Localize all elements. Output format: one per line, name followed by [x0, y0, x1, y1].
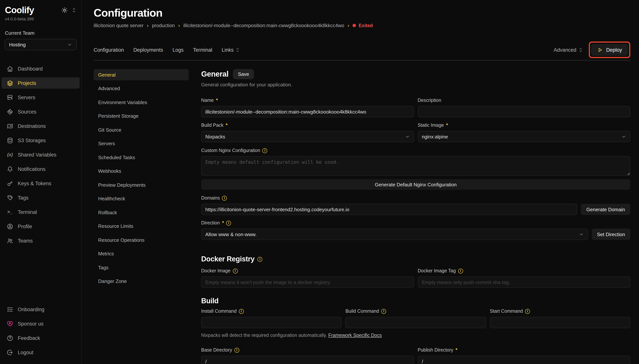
breadcrumb-resource[interactable]: illicitestonion/-module--decomposition:m… [183, 23, 344, 28]
direction-select[interactable]: Allow www & non-www. [201, 228, 588, 240]
domains-input[interactable] [201, 204, 577, 215]
description-input[interactable] [418, 106, 630, 117]
sidebar-item-logout[interactable]: Logout [2, 347, 80, 358]
info-icon[interactable] [239, 309, 244, 314]
general-form: General Save General configuration for y… [201, 69, 630, 364]
subnav-item-danger-zone[interactable]: Danger Zone [94, 276, 189, 287]
home-icon [7, 66, 13, 72]
generate-nginx-button[interactable]: Generate Default Nginx Configuration [201, 179, 630, 190]
chevrons-up-down-icon [236, 47, 240, 52]
docker-registry-heading: Docker Registry [201, 255, 630, 263]
team-select-value: Hosting [9, 42, 26, 47]
team-select[interactable]: Hosting [5, 39, 77, 50]
info-icon[interactable] [257, 257, 262, 262]
info-icon[interactable] [381, 309, 386, 314]
subnav-item-tags[interactable]: Tags [94, 262, 189, 273]
sidebar-item-feedback[interactable]: Feedback [2, 332, 80, 344]
sidebar-item-label: Projects [18, 80, 36, 86]
generate-domain-button[interactable]: Generate Domain [581, 204, 630, 215]
info-icon[interactable] [234, 348, 239, 352]
advanced-dropdown[interactable]: Advanced [554, 47, 583, 52]
framework-docs-link[interactable]: Framework Specific Docs [328, 333, 382, 338]
tab-deployments[interactable]: Deployments [133, 47, 163, 52]
info-icon[interactable] [233, 268, 238, 273]
sidebar-item-sources[interactable]: Sources [2, 106, 80, 117]
sidebar-item-dashboard[interactable]: Dashboard [2, 63, 80, 74]
subnav-item-persistent-storage[interactable]: Persistent Storage [94, 110, 189, 122]
info-icon[interactable] [525, 309, 530, 314]
theme-toggle-sun-icon[interactable] [62, 7, 68, 13]
subnav-item-environment-variables[interactable]: Environment Variables [94, 96, 189, 108]
users-icon [7, 238, 13, 244]
subnav-item-healthcheck[interactable]: Healthcheck [94, 193, 189, 204]
subnav-item-webhooks[interactable]: Webhooks [94, 166, 189, 177]
sidebar-nav: Dashboard Projects Servers Sources Desti… [0, 63, 81, 246]
sidebar-item-profile[interactable]: Profile [2, 221, 80, 232]
subnav-item-rollback[interactable]: Rollback [94, 207, 189, 218]
base-directory-input[interactable] [201, 356, 414, 364]
app-version: v4.0.0-beta.399 [0, 16, 81, 21]
sidebar-item-destinations[interactable]: Destinations [2, 120, 80, 132]
subnav-item-git-source[interactable]: Git Source [94, 124, 189, 136]
sidebar-item-tags[interactable]: Tags [2, 192, 80, 203]
sidebar-item-notifications[interactable]: Notifications [2, 163, 80, 175]
sidebar-item-shared-variables[interactable]: Shared Variables [2, 149, 80, 160]
build-title: Build [201, 297, 219, 305]
subnav-item-servers[interactable]: Servers [94, 138, 189, 149]
subnav-item-general[interactable]: General [94, 69, 189, 80]
nginx-label: Custom Nginx Configuration [201, 148, 260, 153]
tab-configuration[interactable]: Configuration [94, 47, 124, 52]
domains-label: Domains [201, 196, 220, 201]
chevrons-up-down-icon [579, 47, 583, 52]
theme-select-chevrons-icon[interactable] [72, 8, 76, 13]
static-image-field-group: Static Image* nginx:alpine [418, 122, 630, 142]
static-image-select[interactable]: nginx:alpine [418, 131, 630, 142]
main-area: Configuration illicitonion quote server … [82, 0, 639, 364]
sidebar-item-onboarding[interactable]: Onboarding [2, 304, 80, 315]
help-circle-icon [7, 335, 13, 341]
key-icon [7, 180, 13, 186]
name-input[interactable] [201, 106, 414, 117]
deploy-button[interactable]: Deploy [591, 44, 628, 56]
subnav-item-scheduled-tasks[interactable]: Scheduled Tasks [94, 152, 189, 163]
publish-directory-input[interactable] [418, 356, 630, 364]
build-pack-select[interactable]: Nixpacks [201, 131, 414, 142]
tab-links[interactable]: Links [222, 47, 240, 52]
docker-image-input[interactable] [201, 276, 414, 288]
app-logo: Coolify [5, 4, 34, 16]
sidebar-item-label: Sources [18, 109, 37, 114]
breadcrumb-project[interactable]: illicitonion quote server [94, 23, 143, 28]
sidebar-item-servers[interactable]: Servers [2, 92, 80, 103]
install-command-input[interactable] [201, 317, 342, 328]
sidebar-item-projects[interactable]: Projects [2, 77, 80, 89]
subnav-item-resource-limits[interactable]: Resource Limits [94, 220, 189, 232]
nginx-config-textarea[interactable] [201, 156, 630, 176]
build-command-input[interactable] [346, 317, 486, 328]
tab-logs[interactable]: Logs [173, 47, 184, 52]
subnav-item-preview-deployments[interactable]: Preview Deployments [94, 179, 189, 190]
sidebar-item-teams[interactable]: Teams [2, 235, 80, 246]
start-command-input[interactable] [490, 317, 630, 328]
chevron-down-icon [405, 134, 410, 139]
sidebar-item-keys-tokens[interactable]: Keys & Tokens [2, 178, 80, 189]
sidebar-item-terminal[interactable]: Terminal [2, 206, 80, 218]
info-icon[interactable] [458, 268, 463, 273]
info-icon[interactable] [222, 196, 227, 200]
info-icon[interactable] [226, 220, 231, 226]
set-direction-button[interactable]: Set Direction [592, 228, 630, 240]
subnav-item-resource-operations[interactable]: Resource Operations [94, 234, 189, 246]
subnav-item-metrics[interactable]: Metrics [94, 248, 189, 259]
subnav-item-advanced[interactable]: Advanced [94, 83, 189, 94]
breadcrumb-environment[interactable]: production [152, 23, 175, 28]
info-icon[interactable] [263, 148, 267, 153]
sidebar-item-s3-storages[interactable]: S3 Storages [2, 135, 80, 146]
sidebar-item-sponsor[interactable]: Sponsor us [2, 318, 80, 329]
coolify-app: Coolify v4.0.0-beta.399 Current Team Hos… [0, 0, 639, 364]
save-button[interactable]: Save [233, 69, 254, 79]
chevron-down-icon [67, 42, 72, 47]
required-mark: * [226, 122, 228, 128]
docker-image-tag-input[interactable] [418, 276, 630, 288]
static-image-label: Static Image [418, 122, 444, 128]
tab-terminal[interactable]: Terminal [193, 47, 212, 52]
checklist-icon [7, 306, 13, 312]
